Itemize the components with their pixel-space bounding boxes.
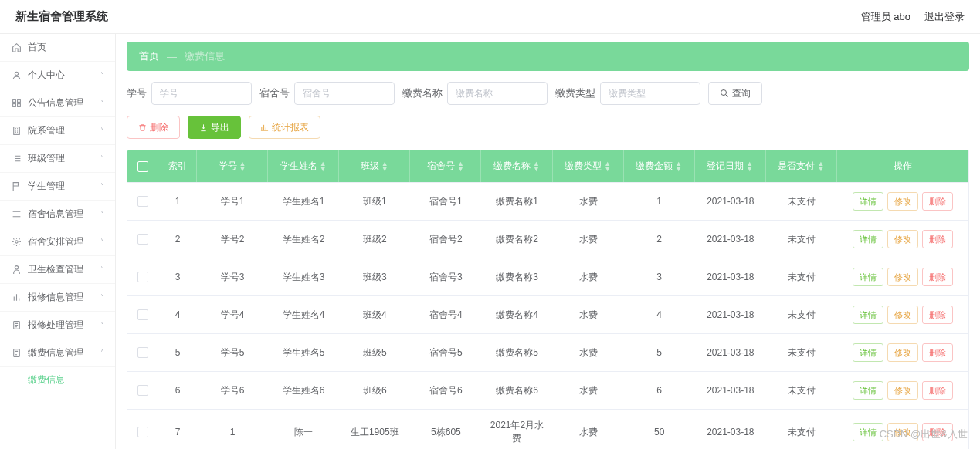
sort-icon[interactable]: ▲▼: [457, 161, 464, 172]
sidebar-item-label: 宿舍安排管理: [28, 235, 83, 248]
search-label: 缴费类型: [555, 86, 595, 100]
watermark: CSDN @出世&入世: [880, 427, 968, 441]
sort-icon[interactable]: ▲▼: [604, 161, 611, 172]
edit-button[interactable]: 修改: [887, 268, 918, 286]
checkbox-icon[interactable]: [137, 196, 148, 207]
stats-button[interactable]: 统计报表: [249, 116, 320, 139]
top-right: 管理员 abo 退出登录: [861, 10, 965, 24]
header-label: 班级: [361, 160, 379, 173]
column-header[interactable]: 操作: [837, 150, 968, 182]
cell-feename: 缴费名称5: [481, 334, 552, 371]
column-header[interactable]: 宿舍号▲▼: [410, 150, 481, 182]
cell-index: 7: [158, 410, 197, 449]
detail-button[interactable]: 详情: [853, 306, 883, 324]
cell-dorm: 宿舍号3: [410, 258, 481, 295]
cell-class: 班级4: [339, 296, 410, 333]
edit-button[interactable]: 修改: [887, 230, 918, 248]
sidebar-item-6[interactable]: 宿舍信息管理˅: [0, 201, 115, 228]
detail-button[interactable]: 详情: [853, 230, 883, 248]
edit-button[interactable]: 修改: [887, 343, 918, 362]
submenu-item[interactable]: 缴费信息: [0, 367, 115, 393]
cell-index: 6: [158, 372, 197, 409]
search-input-1[interactable]: [294, 82, 395, 105]
sort-icon[interactable]: ▲▼: [817, 161, 824, 172]
cell-class: 班级3: [339, 258, 410, 295]
search-input-0[interactable]: [151, 82, 252, 105]
cell-amount: 50: [624, 410, 695, 449]
search-input-2[interactable]: [447, 82, 548, 105]
cell-sid: 学号4: [197, 296, 268, 333]
checkbox-icon[interactable]: [137, 234, 148, 245]
checkbox-icon[interactable]: [137, 347, 148, 358]
row-checkbox[interactable]: [127, 258, 158, 295]
cell-amount: 2: [624, 221, 695, 258]
column-header[interactable]: 是否支付▲▼: [766, 150, 837, 182]
row-delete-button[interactable]: 删除: [922, 230, 953, 248]
breadcrumb-home[interactable]: 首页: [139, 49, 159, 63]
logout-link[interactable]: 退出登录: [924, 10, 965, 24]
sidebar-item-0[interactable]: 首页: [0, 34, 115, 62]
row-delete-button[interactable]: 删除: [922, 268, 953, 286]
column-header[interactable]: 登记日期▲▼: [695, 150, 766, 182]
sort-icon[interactable]: ▲▼: [320, 161, 327, 172]
checkbox-icon[interactable]: [137, 385, 148, 396]
sidebar-item-9[interactable]: 报修信息管理˅: [0, 284, 115, 312]
sidebar-item-2[interactable]: 公告信息管理˅: [0, 89, 115, 117]
row-checkbox[interactable]: [127, 372, 158, 409]
edit-button[interactable]: 修改: [887, 192, 918, 211]
sidebar-item-5[interactable]: 学生管理˅: [0, 173, 115, 201]
search-input-3[interactable]: [600, 82, 700, 105]
checkbox-icon[interactable]: [137, 309, 148, 320]
checkbox-icon[interactable]: [137, 427, 148, 437]
edit-button[interactable]: 修改: [887, 381, 918, 400]
admin-label[interactable]: 管理员 abo: [861, 10, 910, 24]
row-delete-button[interactable]: 删除: [922, 306, 953, 324]
delete-button[interactable]: 删除: [127, 116, 180, 139]
detail-button[interactable]: 详情: [853, 192, 883, 211]
column-header[interactable]: 缴费名称▲▼: [481, 150, 552, 182]
edit-button[interactable]: 修改: [887, 306, 918, 324]
note-icon: [11, 320, 22, 331]
sort-icon[interactable]: ▲▼: [675, 161, 682, 172]
column-header[interactable]: 缴费金额▲▼: [624, 150, 695, 182]
sidebar-item-3[interactable]: 院系管理˅: [0, 117, 115, 145]
svg-line-11: [726, 95, 728, 97]
cell-paid: 未支付: [766, 372, 837, 409]
person-icon: [11, 265, 22, 275]
row-checkbox[interactable]: [127, 334, 158, 371]
query-button[interactable]: 查询: [708, 82, 762, 105]
row-checkbox[interactable]: [127, 221, 158, 258]
sort-icon[interactable]: ▲▼: [239, 161, 246, 172]
row-delete-button[interactable]: 删除: [922, 192, 953, 211]
row-checkbox[interactable]: [127, 183, 158, 220]
checkbox-icon[interactable]: [137, 161, 148, 172]
column-header[interactable]: 班级▲▼: [339, 150, 410, 182]
header-label: 操作: [894, 160, 912, 173]
sort-icon[interactable]: ▲▼: [746, 161, 753, 172]
column-header[interactable]: 学生姓名▲▼: [268, 150, 339, 182]
sort-icon[interactable]: ▲▼: [533, 161, 540, 172]
sidebar-item-11[interactable]: 缴费信息管理˄: [0, 339, 115, 367]
sort-icon[interactable]: ▲▼: [381, 161, 388, 172]
checkbox-icon[interactable]: [137, 272, 148, 282]
export-button[interactable]: 导出: [188, 116, 241, 139]
row-delete-button[interactable]: 删除: [922, 343, 953, 362]
detail-button[interactable]: 详情: [853, 268, 883, 286]
detail-button[interactable]: 详情: [853, 343, 883, 362]
row-delete-button[interactable]: 删除: [922, 381, 953, 400]
column-header[interactable]: 学号▲▼: [197, 150, 268, 182]
sidebar-item-4[interactable]: 班级管理˅: [0, 145, 115, 173]
sidebar-item-10[interactable]: 报修处理管理˅: [0, 312, 115, 339]
header-checkbox[interactable]: [127, 150, 158, 182]
cell-feetype: 水费: [553, 258, 624, 295]
sidebar-item-1[interactable]: 个人中心˅: [0, 62, 115, 89]
header-label: 缴费金额: [636, 160, 673, 173]
column-header[interactable]: 索引: [158, 150, 197, 182]
detail-button[interactable]: 详情: [853, 381, 883, 400]
column-header[interactable]: 缴费类型▲▼: [553, 150, 624, 182]
row-checkbox[interactable]: [127, 410, 158, 449]
sidebar-item-7[interactable]: 宿舍安排管理˅: [0, 228, 115, 256]
sidebar-item-8[interactable]: 卫生检查管理˅: [0, 256, 115, 284]
table-body: 1学号1学生姓名1班级1宿舍号1缴费名称1水费12021-03-18未支付详情修…: [127, 182, 968, 449]
row-checkbox[interactable]: [127, 296, 158, 333]
